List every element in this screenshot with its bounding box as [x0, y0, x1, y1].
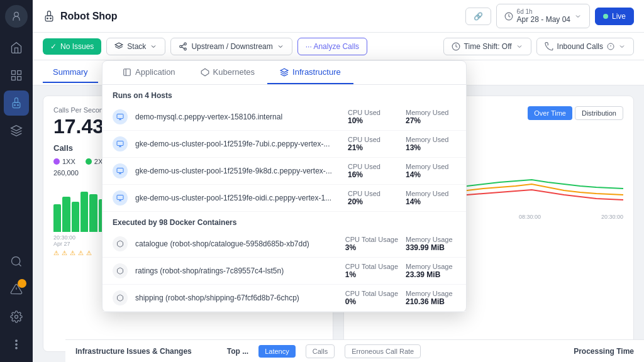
svg-rect-1 — [12, 71, 16, 75]
svg-point-7 — [18, 105, 19, 106]
svg-rect-17 — [45, 16, 53, 21]
phone-icon — [545, 42, 553, 51]
container-memory-3: Memory Usage 210.36 MiB — [406, 290, 456, 306]
erroneous-tab-button[interactable]: Erroneous Call Rate — [345, 344, 421, 358]
host-cpu-2: CPU Used 21% — [348, 136, 398, 152]
container-name-2: ratings (robot-shop/ratings-7c89557c4-ls… — [135, 266, 338, 275]
latency-tab-button[interactable]: Latency — [258, 345, 296, 358]
svg-point-18 — [47, 18, 48, 19]
host-memory-4: Memory Used 14% — [406, 190, 456, 206]
dropdown-tab-bar: Application Kubernetes Infrastructure — [103, 61, 466, 85]
container-memory-2: Memory Usage 23.39 MiB — [406, 263, 456, 279]
app-logo — [5, 5, 28, 28]
container-cpu-1: CPU Total Usage 3% — [345, 236, 398, 252]
container-name-3: shipping (robot-shop/shipping-67fcf6d8b7… — [135, 293, 338, 302]
kubernetes-icon — [201, 68, 209, 77]
svg-line-25 — [182, 47, 184, 48]
over-time-button[interactable]: Over Time — [528, 106, 572, 120]
sidebar-item-grid[interactable] — [4, 63, 29, 88]
host-cpu-4: CPU Used 20% — [348, 190, 398, 206]
upstream-button[interactable]: Upstream / Downstream — [170, 38, 292, 55]
stack-button[interactable]: Stack — [106, 38, 165, 55]
legend-1xx: 1XX — [62, 158, 75, 165]
host-row-4[interactable]: gke-demo-us-cluster-pool-1f2519fe-oidi.c… — [103, 185, 466, 212]
svg-rect-4 — [18, 77, 21, 80]
svg-rect-39 — [117, 141, 123, 146]
hosts-section-title: Runs on 4 Hosts — [103, 85, 466, 104]
host-memory-2: Memory Used 13% — [406, 136, 456, 152]
time-shift-button[interactable]: Time Shift: Off — [443, 38, 531, 55]
date-range-value: Apr 28 - May 04 — [517, 15, 570, 24]
svg-point-6 — [14, 105, 16, 106]
application-icon — [123, 68, 131, 77]
no-issues-button[interactable]: ✓ No Issues — [43, 38, 101, 55]
alert-badge — [18, 279, 26, 288]
chevron-down-icon — [618, 43, 626, 50]
svg-marker-21 — [116, 43, 123, 47]
container-row-3[interactable]: shipping (robot-shop/shipping-67fcf6d8b7… — [103, 285, 466, 312]
svg-rect-45 — [117, 195, 123, 200]
time-range-selector[interactable]: 6d 1h Apr 28 - May 04 — [496, 4, 590, 28]
sidebar-item-home[interactable] — [4, 35, 29, 60]
top-label: Top ... — [227, 347, 248, 356]
container-icon-3 — [113, 290, 128, 305]
robot-icon — [43, 10, 55, 23]
host-row-1[interactable]: demo-mysql.c.peppy-vertex-158106.interna… — [103, 104, 466, 131]
host-memory-1: Memory Used 27% — [406, 109, 456, 125]
link-button[interactable]: 🔗 — [465, 8, 491, 25]
host-name-1: demo-mysql.c.peppy-vertex-158106.interna… — [135, 112, 340, 121]
containers-section-title: Executed by 98 Docker Containers — [103, 212, 466, 231]
host-row-2[interactable]: gke-demo-us-cluster-pool-1f2519fe-7ubi.c… — [103, 131, 466, 158]
toolbar-right: Time Shift: Off Inbound Calls — [443, 38, 634, 55]
calls-tab-button[interactable]: Calls — [306, 344, 335, 358]
inbound-calls-button[interactable]: Inbound Calls — [536, 38, 634, 55]
host-row-3[interactable]: gke-demo-us-cluster-pool-1f2519fe-9k8d.c… — [103, 158, 466, 185]
sidebar-item-settings[interactable] — [4, 304, 29, 329]
sidebar-item-search[interactable] — [4, 249, 29, 274]
dropdown-tab-application[interactable]: Application — [110, 61, 188, 84]
tab-summary[interactable]: Summary — [43, 62, 98, 83]
container-cpu-3: CPU Total Usage 0% — [345, 290, 398, 306]
sidebar — [0, 0, 33, 362]
svg-line-26 — [182, 44, 184, 45]
chevron-down-icon — [277, 43, 284, 50]
host-memory-3: Memory Used 14% — [406, 163, 456, 179]
container-name-1: catalogue (robot-shop/catalogue-5958d685… — [135, 239, 338, 248]
chart-ts-3: 08:30:00 — [519, 214, 541, 220]
svg-rect-5 — [13, 102, 20, 107]
host-name-3: gke-demo-us-cluster-pool-1f2519fe-9k8d.c… — [135, 167, 340, 175]
svg-point-16 — [16, 348, 18, 349]
clock-icon — [504, 12, 513, 21]
analyze-calls-button[interactable]: ··· Analyze Calls — [297, 38, 367, 55]
svg-point-19 — [50, 18, 52, 19]
svg-line-10 — [19, 264, 21, 266]
infra-issues-title: Infrastructure Issues & Changes — [75, 347, 192, 356]
chevron-down-icon — [516, 43, 523, 50]
svg-point-15 — [16, 344, 18, 346]
svg-rect-3 — [12, 77, 16, 80]
chevron-down-icon — [574, 13, 582, 20]
chart-ts-4: 20:30:00 — [601, 214, 623, 220]
svg-point-23 — [180, 45, 182, 48]
container-cpu-2: CPU Total Usage 1% — [345, 263, 398, 279]
info-icon — [607, 43, 614, 50]
container-icon-2 — [113, 263, 128, 278]
svg-point-14 — [16, 340, 18, 342]
dropdown-tab-kubernetes[interactable]: Kubernetes — [188, 61, 268, 84]
sidebar-item-layers[interactable] — [4, 118, 29, 143]
live-button[interactable]: Live — [595, 8, 634, 25]
sidebar-item-more[interactable] — [4, 332, 29, 357]
container-row-2[interactable]: ratings (robot-shop/ratings-7c89557c4-ls… — [103, 258, 466, 285]
svg-point-22 — [184, 43, 187, 45]
container-row-1[interactable]: catalogue (robot-shop/catalogue-5958d685… — [103, 231, 466, 258]
sidebar-item-robot[interactable] — [4, 90, 29, 116]
timestamp-1: 20:30:00Apr 27 — [53, 234, 75, 247]
sidebar-item-alert[interactable] — [4, 277, 29, 302]
processing-time-title: Processing Time — [574, 347, 634, 356]
svg-rect-33 — [124, 69, 131, 75]
toolbar: ✓ No Issues Stack Upstream / Downstream … — [33, 33, 644, 60]
time-range-label: 6d 1h — [517, 8, 570, 15]
svg-point-24 — [184, 48, 187, 50]
dropdown-tab-infrastructure[interactable]: Infrastructure — [267, 61, 353, 84]
distribution-button[interactable]: Distribution — [575, 106, 623, 120]
